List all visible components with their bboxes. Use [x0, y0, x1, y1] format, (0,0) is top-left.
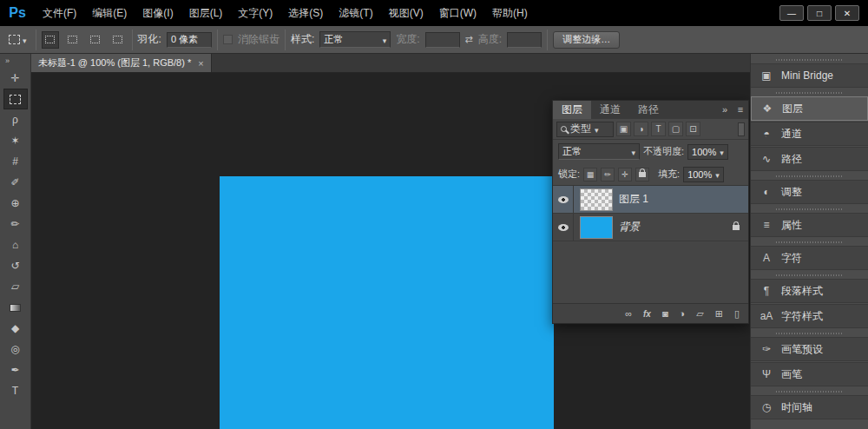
dock-item-brush[interactable]: Ψ 画笔	[751, 362, 868, 386]
dock-gripper[interactable]	[751, 205, 868, 213]
selection-mode-add-button[interactable]	[64, 31, 82, 49]
layer-row-layer1[interactable]: 图层 1	[553, 186, 748, 214]
new-layer-icon[interactable]: ⊞	[715, 308, 723, 320]
eyedropper-tool[interactable]: ✐	[3, 172, 28, 193]
blur-tool[interactable]: ◆	[3, 318, 28, 339]
clone-stamp-tool[interactable]: ⌂	[3, 234, 28, 255]
antialias-checkbox[interactable]	[223, 35, 233, 44]
panel-menu-icon[interactable]: ≡	[733, 101, 748, 119]
selection-mode-intersect-button[interactable]	[109, 31, 127, 49]
lock-row: 锁定: ▦ ✏ ✛ 填充: 100%	[553, 163, 748, 186]
document-tab[interactable]: 未标题-1 @ 100% (图层 1, RGB/8) * ×	[31, 54, 212, 72]
blend-mode-select[interactable]: 正常	[558, 143, 640, 160]
toolbox-collapse-button[interactable]: »	[0, 54, 30, 68]
menu-help[interactable]: 帮助(H)	[484, 0, 536, 26]
dock-item-adjustments[interactable]: ◐ 调整	[751, 180, 868, 204]
tab-channels[interactable]: 通道	[591, 101, 629, 119]
dock-item-character-styles[interactable]: aA 字符样式	[751, 304, 868, 328]
filter-smart-objects-icon[interactable]: ⊡	[686, 122, 700, 136]
dodge-tool[interactable]: ◎	[3, 339, 28, 360]
menu-select[interactable]: 选择(S)	[280, 0, 331, 26]
layer-style-icon[interactable]: fx	[643, 309, 651, 319]
dock-gripper[interactable]	[751, 89, 868, 96]
crop-tool[interactable]: #	[3, 151, 28, 172]
pen-tool[interactable]: ✒	[3, 360, 28, 380]
dock-item-paths[interactable]: ∿ 路径	[751, 147, 868, 171]
dock-item-brush-presets[interactable]: ✑ 画笔预设	[751, 337, 868, 361]
filter-pixel-layers-icon[interactable]: ▣	[616, 122, 631, 136]
menu-file[interactable]: 文件(F)	[35, 0, 84, 26]
link-layers-icon[interactable]: ∞	[625, 308, 632, 319]
panel-collapse-icon[interactable]: »	[717, 101, 733, 119]
move-tool[interactable]: ✛	[3, 68, 28, 89]
width-input[interactable]	[425, 32, 460, 48]
dock-item-properties[interactable]: ≡ 属性	[751, 213, 868, 237]
menu-filter[interactable]: 滤镜(T)	[331, 0, 380, 26]
new-group-icon[interactable]: ▱	[696, 308, 703, 320]
brush-tool[interactable]: ✏	[3, 214, 28, 234]
tab-paths[interactable]: 路径	[629, 101, 667, 119]
visibility-toggle[interactable]	[553, 214, 574, 241]
filter-type-select[interactable]: 类型	[556, 122, 614, 137]
history-brush-tool[interactable]: ↺	[3, 255, 28, 276]
selection-mode-subtract-button[interactable]	[87, 31, 104, 49]
tab-layers[interactable]: 图层	[553, 101, 591, 119]
quick-selection-tool[interactable]: ✶	[3, 130, 28, 151]
menu-window[interactable]: 窗口(W)	[431, 0, 484, 26]
lasso-tool[interactable]: ρ	[3, 109, 28, 130]
filter-shape-layers-icon[interactable]: ▢	[668, 122, 683, 136]
visibility-toggle[interactable]	[553, 186, 574, 213]
lock-position-icon[interactable]: ✛	[618, 168, 632, 182]
selection-mode-new-button[interactable]	[42, 31, 59, 49]
tab-close-icon[interactable]: ×	[198, 58, 203, 69]
dock-item-mini-bridge[interactable]: ▣ Mini Bridge	[751, 63, 868, 88]
dock-gripper[interactable]	[751, 172, 868, 180]
dock-gripper[interactable]	[751, 329, 868, 337]
menu-type[interactable]: 文字(Y)	[230, 0, 280, 26]
filtering-toggle[interactable]	[738, 122, 745, 136]
new-adjustment-layer-icon[interactable]: ◑	[680, 308, 686, 319]
refine-edge-button[interactable]: 调整边缘…	[553, 31, 620, 49]
eraser-tool[interactable]: ▱	[3, 276, 28, 297]
gradient-tool[interactable]	[3, 297, 28, 318]
height-input[interactable]	[507, 32, 542, 48]
dock-gripper[interactable]	[751, 387, 868, 395]
dock-gripper[interactable]	[751, 238, 868, 246]
tool-preset-picker[interactable]	[5, 32, 30, 48]
filter-type-layers-icon[interactable]: T	[651, 122, 666, 136]
document-canvas[interactable]	[220, 176, 554, 429]
opacity-field[interactable]: 100%	[687, 144, 728, 160]
dock-item-channels[interactable]: ◓ 通道	[751, 122, 868, 146]
add-layer-mask-icon[interactable]: ◙	[662, 308, 668, 319]
lock-transparent-pixels-icon[interactable]: ▦	[583, 168, 597, 182]
layer-name[interactable]: 背景	[619, 220, 640, 234]
dock-gripper[interactable]	[751, 56, 868, 63]
delete-layer-icon[interactable]: ▯	[734, 308, 740, 320]
menu-image[interactable]: 图像(I)	[135, 0, 181, 26]
filter-adjustment-layers-icon[interactable]: ◑	[634, 122, 648, 136]
layer-name[interactable]: 图层 1	[619, 192, 648, 207]
dock-gripper[interactable]	[751, 271, 868, 279]
spot-healing-brush-tool[interactable]: ⊕	[3, 193, 28, 214]
fill-field[interactable]: 100%	[683, 167, 724, 182]
layer-row-background[interactable]: 背景	[553, 214, 748, 241]
lock-all-icon[interactable]	[635, 168, 649, 182]
rectangular-marquee-tool[interactable]	[3, 89, 28, 109]
lock-image-pixels-icon[interactable]: ✏	[601, 168, 615, 182]
dock-item-timeline[interactable]: ◷ 时间轴	[751, 395, 868, 419]
menu-edit[interactable]: 编辑(E)	[84, 0, 135, 26]
layer-thumbnail[interactable]	[580, 188, 613, 211]
close-button[interactable]: ✕	[835, 5, 859, 21]
feather-input[interactable]	[167, 32, 212, 48]
maximize-button[interactable]: □	[807, 5, 832, 21]
dock-item-character[interactable]: A 字符	[751, 246, 868, 270]
menu-view[interactable]: 视图(V)	[381, 0, 431, 26]
menu-layer[interactable]: 图层(L)	[181, 0, 231, 26]
style-select[interactable]: 正常	[319, 31, 391, 48]
type-tool[interactable]: T	[3, 380, 28, 401]
layer-thumbnail[interactable]	[580, 216, 613, 239]
dock-item-paragraph-styles[interactable]: ¶ 段落样式	[751, 279, 868, 303]
swap-dimensions-icon[interactable]: ⇄	[465, 34, 473, 45]
minimize-button[interactable]: —	[779, 5, 804, 21]
dock-item-layers[interactable]: ❖ 图层	[751, 96, 868, 121]
